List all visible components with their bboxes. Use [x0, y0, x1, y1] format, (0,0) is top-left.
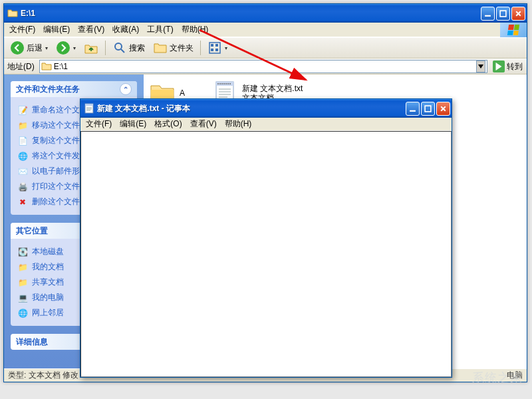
back-button[interactable]: 后退 ▾ — [7, 39, 51, 57]
svg-rect-0 — [485, 15, 491, 16]
svg-point-3 — [57, 41, 70, 55]
svg-point-2 — [11, 41, 24, 55]
status-right: 电脑 — [507, 370, 523, 381]
task-label: 移动这个文件 — [32, 120, 80, 131]
svg-point-17 — [227, 83, 229, 84]
notepad-window: 新建 文本文档.txt - 记事本 文件(F) 编辑(E) 格式(O) 查看(V… — [80, 98, 452, 378]
go-label: 转到 — [507, 61, 523, 72]
svg-point-16 — [225, 83, 227, 84]
svg-rect-29 — [410, 110, 416, 111]
network-icon: 🌐 — [17, 308, 28, 319]
address-input[interactable] — [54, 62, 476, 71]
menu-view[interactable]: 查看(V) — [74, 22, 108, 37]
np-menu-view[interactable]: 查看(V) — [186, 116, 221, 132]
address-dropdown[interactable] — [476, 61, 485, 72]
svg-rect-6 — [211, 44, 213, 47]
panel-title: 其它位置 — [16, 225, 48, 237]
collapse-icon[interactable]: ⌃ — [120, 83, 132, 95]
go-button[interactable]: 转到 — [490, 59, 525, 74]
notepad-textarea[interactable] — [80, 131, 452, 377]
file-label: A — [180, 88, 185, 98]
np-menu-edit[interactable]: 编辑(E) — [116, 116, 150, 132]
notepad-menubar: 文件(F) 编辑(E) 格式(O) 查看(V) 帮助(H) — [80, 118, 452, 131]
window-buttons — [481, 7, 525, 21]
menu-file[interactable]: 文件(F) — [5, 22, 39, 37]
task-label: 本地磁盘 — [32, 246, 64, 257]
explorer-title: E:\1 — [21, 9, 481, 18]
task-label: 打印这个文件 — [32, 181, 80, 192]
notepad-title: 新建 文本文档.txt - 记事本 — [97, 103, 406, 114]
explorer-menubar: 文件(F) 编辑(E) 查看(V) 收藏(A) 工具(T) 帮助(H) — [4, 23, 527, 37]
task-label: 我的电脑 — [32, 292, 64, 303]
task-label: 我的文档 — [32, 261, 64, 273]
go-icon — [493, 61, 505, 72]
views-button[interactable]: ▾ — [204, 39, 231, 57]
search-icon — [112, 41, 127, 55]
folder-icon — [41, 61, 52, 72]
svg-rect-9 — [215, 49, 218, 51]
close-button[interactable] — [436, 102, 450, 116]
address-label: 地址(D) — [5, 61, 37, 72]
minimize-button[interactable] — [481, 7, 495, 21]
rename-icon: 📝 — [17, 105, 28, 116]
print-icon: 🖨️ — [17, 182, 28, 192]
panel-header[interactable]: 文件和文件夹任务 ⌃ — [11, 81, 137, 97]
np-menu-help[interactable]: 帮助(H) — [221, 116, 256, 132]
docs-icon: 📁 — [17, 262, 28, 273]
address-bar: 地址(D) 转到 — [4, 59, 527, 74]
svg-rect-30 — [425, 106, 431, 112]
svg-point-18 — [229, 83, 231, 84]
delete-icon: ✖ — [17, 197, 28, 207]
move-icon: 📁 — [17, 120, 28, 131]
folder-icon — [7, 8, 18, 19]
folders-icon — [153, 41, 168, 55]
up-button[interactable] — [80, 39, 102, 57]
views-icon — [207, 41, 222, 55]
folders-label: 文件夹 — [170, 43, 194, 54]
search-button[interactable]: 搜索 — [109, 39, 148, 57]
svg-point-15 — [223, 83, 225, 84]
menu-tools[interactable]: 工具(T) — [143, 22, 177, 37]
address-field[interactable] — [39, 60, 487, 73]
svg-rect-25 — [85, 104, 93, 106]
up-folder-icon — [84, 41, 98, 55]
svg-point-13 — [219, 83, 221, 84]
chevron-down-icon: ▾ — [73, 45, 76, 51]
np-menu-file[interactable]: 文件(F) — [82, 116, 116, 132]
notepad-icon — [84, 103, 94, 114]
search-label: 搜索 — [129, 43, 145, 54]
explorer-toolbar: 后退 ▾ ▾ 搜索 文件夹 ▾ — [4, 37, 527, 59]
task-label: 网上邻居 — [32, 307, 64, 319]
panel-title: 文件和文件夹任务 — [16, 84, 80, 95]
close-button[interactable] — [511, 7, 525, 21]
status-text: 类型: 文本文档 修改 — [8, 370, 78, 381]
svg-rect-1 — [500, 11, 506, 17]
svg-rect-7 — [215, 44, 218, 47]
copy-icon: 📄 — [17, 136, 28, 146]
toolbar-separator — [200, 41, 201, 55]
explorer-titlebar[interactable]: E:\1 — [4, 4, 527, 23]
task-label: 删除这个文件 — [32, 196, 80, 207]
menu-fav[interactable]: 收藏(A) — [108, 22, 143, 37]
forward-button[interactable]: ▾ — [53, 39, 79, 57]
svg-point-12 — [217, 83, 219, 84]
minimize-button[interactable] — [406, 102, 420, 116]
back-icon — [10, 41, 25, 55]
folders-button[interactable]: 文件夹 — [150, 39, 197, 57]
notepad-titlebar[interactable]: 新建 文本文档.txt - 记事本 — [80, 99, 452, 118]
maximize-button[interactable] — [421, 102, 435, 116]
task-label: 共享文档 — [32, 277, 64, 288]
np-menu-format[interactable]: 格式(O) — [150, 116, 186, 132]
windows-logo-icon — [500, 23, 527, 37]
menu-edit[interactable]: 编辑(E) — [39, 22, 74, 37]
svg-point-14 — [221, 83, 223, 84]
back-label: 后退 — [27, 43, 43, 54]
chevron-down-icon: ▾ — [45, 45, 48, 51]
maximize-button[interactable] — [496, 7, 510, 21]
disk-icon: 💽 — [17, 247, 28, 257]
menu-help[interactable]: 帮助(H) — [178, 22, 213, 37]
computer-icon: 💻 — [17, 293, 28, 303]
email-icon: ✉️ — [17, 166, 28, 177]
shared-icon: 📁 — [17, 277, 28, 288]
web-icon: 🌐 — [17, 151, 28, 162]
